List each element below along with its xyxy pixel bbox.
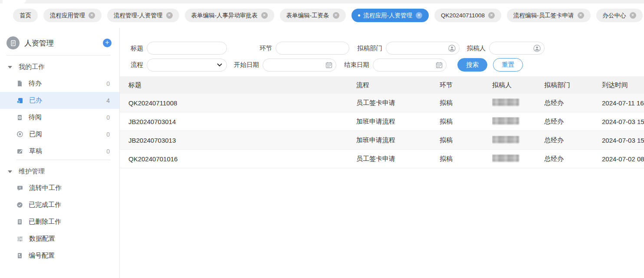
close-icon[interactable]: ✕ <box>261 12 268 19</box>
sidebar-item-todo[interactable]: 待办 0 <box>0 75 119 92</box>
cell-process: 员工签卡申请 <box>356 155 440 163</box>
browser-chrome-strip <box>0 0 644 3</box>
sidebar-item-completed-work[interactable]: 已完成工作 <box>0 196 119 213</box>
sidebar-item-read[interactable]: 已阅 0 <box>0 126 119 143</box>
group-label: 我的工作 <box>19 63 45 71</box>
tab-form-edit-personnel-change[interactable]: 表单编辑-人事异动审批表 ✕ <box>185 9 274 22</box>
tab-process-app-hr-active[interactable]: 流程应用-人资管理 ✕ <box>352 9 429 22</box>
chevron-down-icon <box>8 170 12 173</box>
tab-label: QK20240711008 <box>441 12 485 19</box>
cell-step: 拟稿 <box>440 118 492 126</box>
sidebar-item-done[interactable]: 已办 4 <box>0 92 119 109</box>
cell-arrival: 2024-07-02 08: <box>602 155 644 163</box>
search-button[interactable]: 搜索 <box>457 58 487 72</box>
item-label: 流转中工作 <box>29 184 62 192</box>
close-icon[interactable]: ✕ <box>333 12 339 19</box>
work-table: 标题 流程 环节 拟稿人 拟稿部门 到达时间 QK20240711008 员工签… <box>120 76 644 168</box>
col-header-step: 环节 <box>440 81 492 89</box>
filter-step-label: 环节 <box>245 44 272 52</box>
calendar-icon[interactable] <box>436 62 443 69</box>
numbering-file-icon <box>16 252 23 259</box>
redacted-drafter-name <box>492 117 519 124</box>
cell-process: 加班申请流程 <box>356 136 440 144</box>
item-count: 0 <box>106 131 110 138</box>
close-icon[interactable]: ✕ <box>166 12 173 19</box>
close-icon[interactable]: ✕ <box>416 12 422 19</box>
close-icon[interactable]: ✕ <box>578 12 584 19</box>
add-icon[interactable]: + <box>103 39 112 47</box>
message-icon <box>16 185 23 191</box>
filter-title-label: 标题 <box>128 44 143 52</box>
sidebar-item-deleted-work[interactable]: 已删除工作 <box>0 213 119 230</box>
item-label: 已删除工作 <box>29 218 61 226</box>
cell-dept: 总经办 <box>544 155 602 163</box>
sidebar-item-numbering-config[interactable]: 编号配置 <box>0 247 119 264</box>
filter-title-input[interactable] <box>147 42 227 55</box>
tab-label: 流程编辑-员工签卡申请 <box>513 12 574 20</box>
to-read-icon <box>16 114 23 121</box>
cell-process: 员工签卡申请 <box>356 99 440 107</box>
item-count: 0 <box>106 148 110 155</box>
filter-process-select[interactable] <box>147 59 227 72</box>
col-header-arrival: 到达时间 <box>602 81 644 89</box>
module-avatar-icon <box>7 36 20 49</box>
sidebar: 人资管理 + 我的工作 待办 0 已办 4 待阅 0 已阅 0 <box>0 28 120 278</box>
tab-bar: 首页 流程应用管理 ✕ 流程管理-人资管理 ✕ 表单编辑-人事异动审批表 ✕ 表… <box>0 3 644 28</box>
sidebar-title: 人资管理 <box>24 38 98 48</box>
close-icon[interactable]: ✕ <box>89 12 95 19</box>
person-icon[interactable] <box>448 45 456 52</box>
group-label: 维护管理 <box>19 167 45 176</box>
cell-arrival: 2024-07-03 15: <box>602 118 644 125</box>
cell-title[interactable]: JB20240703013 <box>128 137 356 144</box>
tab-label: 表单编辑-工资条 <box>286 12 329 20</box>
item-label: 已办 <box>29 96 42 105</box>
cell-arrival: 2024-07-11 16: <box>602 99 644 107</box>
tab-form-edit-payslip[interactable]: 表单编辑-工资条 ✕ <box>280 9 346 22</box>
item-count: 0 <box>106 80 110 87</box>
tab-label: 流程应用-人资管理 <box>364 12 413 20</box>
tab-process-app-mgmt[interactable]: 流程应用管理 ✕ <box>43 9 102 22</box>
browser-tab-remnant <box>3 0 26 3</box>
draft-icon <box>16 148 23 154</box>
sidebar-item-data-config[interactable]: 数据配置 <box>0 230 119 247</box>
main-content: 标题 环节 拟稿部门 拟稿人 <box>120 28 644 278</box>
tab-process-mgmt-hr[interactable]: 流程管理-人资管理 ✕ <box>107 9 179 22</box>
filter-step-input[interactable] <box>276 42 349 55</box>
cell-dept: 总经办 <box>544 136 602 144</box>
tab-office-center[interactable]: 办公中心 ✕ <box>596 9 643 22</box>
filter-draft-dept-label: 拟稿部门 <box>355 44 382 52</box>
filter-panel: 标题 环节 拟稿部门 拟稿人 <box>120 42 644 72</box>
close-icon[interactable]: ✕ <box>488 12 495 19</box>
sidebar-item-to-read[interactable]: 待阅 0 <box>0 109 119 126</box>
sidebar-item-in-progress-work[interactable]: 流转中工作 <box>0 180 119 196</box>
col-header-drafter: 拟稿人 <box>492 81 544 89</box>
cell-title[interactable]: QK20240711008 <box>128 99 356 107</box>
cell-title[interactable]: JB20240703014 <box>128 118 356 125</box>
sidebar-group-maintenance[interactable]: 维护管理 <box>0 160 119 180</box>
tab-home[interactable]: 首页 <box>13 9 38 22</box>
table-row[interactable]: JB20240703013 加班申请流程 拟稿 总经办 2024-07-03 1… <box>120 131 644 150</box>
item-count: 4 <box>106 97 110 104</box>
calendar-icon[interactable] <box>325 62 332 69</box>
table-row[interactable]: QK20240711008 员工签卡申请 拟稿 总经办 2024-07-11 1… <box>120 94 644 112</box>
item-label: 草稿 <box>29 147 42 155</box>
chevron-down-icon <box>8 66 12 69</box>
table-row[interactable]: QK20240701016 员工签卡申请 拟稿 总经办 2024-07-02 0… <box>120 150 644 168</box>
sliders-icon <box>16 235 23 242</box>
reset-button[interactable]: 重置 <box>493 58 523 72</box>
redacted-drafter-name <box>492 98 519 106</box>
cell-title[interactable]: QK20240701016 <box>128 155 356 163</box>
table-row[interactable]: JB20240703014 加班申请流程 拟稿 总经办 2024-07-03 1… <box>120 112 644 131</box>
todo-doc-icon <box>16 80 23 87</box>
col-header-dept: 拟稿部门 <box>544 81 602 89</box>
cell-step: 拟稿 <box>440 136 492 144</box>
tab-qk20240711008[interactable]: QK20240711008 ✕ <box>434 9 501 22</box>
done-work-icon <box>16 97 23 104</box>
item-label: 数据配置 <box>29 235 55 243</box>
person-icon[interactable] <box>533 45 541 52</box>
close-icon[interactable]: ✕ <box>630 12 636 19</box>
col-header-process: 流程 <box>356 81 440 89</box>
tab-process-edit-sign-card[interactable]: 流程编辑-员工签卡申请 ✕ <box>507 9 591 22</box>
sidebar-group-my-work[interactable]: 我的工作 <box>0 56 119 75</box>
sidebar-item-draft[interactable]: 草稿 0 <box>0 143 119 160</box>
